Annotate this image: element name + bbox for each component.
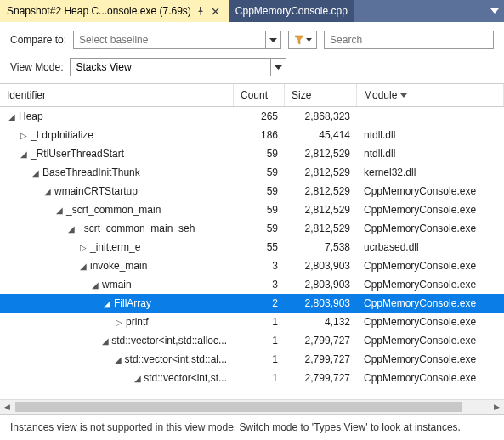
viewmode-dropdown[interactable] xyxy=(70,58,286,76)
expand-icon[interactable]: ▷ xyxy=(78,243,88,252)
column-size[interactable]: Size xyxy=(285,84,357,106)
table-row[interactable]: ◢BaseThreadInitThunk592,812,529kernel32.… xyxy=(0,163,504,182)
chevron-down-icon[interactable] xyxy=(265,31,280,48)
cell-module: kernel32.dll xyxy=(357,166,504,178)
chevron-down-icon[interactable] xyxy=(270,59,286,76)
cell-identifier: ◢std::vector<int,std::alloc... xyxy=(0,335,234,347)
cell-module: CppMemoryConsole.exe xyxy=(357,353,504,365)
table-row[interactable]: ◢wmain32,803,903CppMemoryConsole.exe xyxy=(0,275,504,294)
identifier-label: wmain xyxy=(102,279,132,291)
scroll-left-arrow[interactable]: ◀ xyxy=(0,400,14,414)
status-text: Instances view is not supported in this … xyxy=(10,421,461,433)
cell-count: 1 xyxy=(234,335,285,347)
cell-module: CppMemoryConsole.exe xyxy=(357,372,504,384)
column-count[interactable]: Count xyxy=(234,84,285,106)
collapse-icon[interactable]: ◢ xyxy=(7,112,17,121)
expand-icon[interactable]: ▷ xyxy=(114,318,124,327)
cell-count: 55 xyxy=(234,241,285,253)
cell-identifier: ▷_initterm_e xyxy=(0,241,234,253)
cell-identifier: ◢Heap xyxy=(0,110,234,122)
table-row[interactable]: ▷printf14,132CppMemoryConsole.exe xyxy=(0,313,504,331)
table-row[interactable]: ◢std::vector<int,std::al...12,799,727Cpp… xyxy=(0,350,504,369)
cell-count: 3 xyxy=(234,279,285,291)
collapse-icon[interactable]: ◢ xyxy=(19,149,29,159)
cell-module: CppMemoryConsole.exe xyxy=(357,316,504,328)
cell-size: 2,799,727 xyxy=(285,335,357,347)
table-body[interactable]: ◢Heap2652,868,323▷_LdrpInitialize18645,4… xyxy=(0,107,504,399)
table-row[interactable]: ◢Heap2652,868,323 xyxy=(0,107,504,126)
column-identifier[interactable]: Identifier xyxy=(0,84,234,106)
cell-count: 1 xyxy=(234,316,285,328)
cell-count: 2 xyxy=(234,297,285,309)
tab-source-file[interactable]: CppMemoryConsole.cpp xyxy=(229,0,354,22)
cell-identifier: ◢std::vector<int,std::al... xyxy=(0,353,234,365)
cell-size: 2,868,323 xyxy=(285,110,357,122)
viewmode-value[interactable] xyxy=(71,59,270,75)
cell-module: CppMemoryConsole.exe xyxy=(357,297,504,309)
cell-count: 265 xyxy=(234,110,285,122)
cell-size: 7,538 xyxy=(285,241,357,253)
sort-indicator-icon xyxy=(400,93,407,98)
table-row[interactable]: ◢FillArray22,803,903CppMemoryConsole.exe xyxy=(0,294,504,313)
table-row[interactable]: ◢_scrt_common_main_seh592,812,529CppMemo… xyxy=(0,219,504,238)
identifier-label: invoke_main xyxy=(90,260,147,272)
viewmode-label: View Mode: xyxy=(10,61,63,73)
cell-count: 59 xyxy=(234,185,285,197)
table-row[interactable]: ◢invoke_main32,803,903CppMemoryConsole.e… xyxy=(0,257,504,275)
close-icon[interactable] xyxy=(210,5,222,17)
collapse-icon[interactable]: ◢ xyxy=(90,280,100,290)
search-input[interactable] xyxy=(324,31,494,49)
scroll-right-arrow[interactable]: ▶ xyxy=(490,400,504,414)
cell-identifier: ◢_scrt_common_main_seh xyxy=(0,223,234,234)
cell-size: 2,812,529 xyxy=(285,166,357,178)
identifier-label: FillArray xyxy=(114,297,151,309)
filter-button[interactable] xyxy=(288,31,317,49)
table-row[interactable]: ◢std::vector<int,st...12,799,727CppMemor… xyxy=(0,369,504,387)
pin-icon[interactable] xyxy=(195,5,207,17)
cell-identifier: ◢std::vector<int,st... xyxy=(0,372,234,384)
toolbar-compare: Compare to: xyxy=(0,22,504,54)
identifier-label: Heap xyxy=(19,110,43,122)
table-row[interactable]: ◢std::vector<int,std::alloc...12,799,727… xyxy=(0,331,504,350)
table-row[interactable]: ▷_LdrpInitialize18645,414ntdll.dll xyxy=(0,126,504,144)
panel-menu-dropdown[interactable] xyxy=(485,0,504,22)
cell-module: ucrbased.dll xyxy=(357,241,504,253)
toolbar-viewmode: View Mode: xyxy=(0,54,504,83)
status-bar: Instances view is not supported in this … xyxy=(0,414,504,440)
expand-icon[interactable]: ▷ xyxy=(19,131,29,140)
scroll-thumb[interactable] xyxy=(15,402,462,412)
heap-table: Identifier Count Size Module ◢Heap2652,8… xyxy=(0,83,504,414)
cell-module: CppMemoryConsole.exe xyxy=(357,260,504,272)
column-module[interactable]: Module xyxy=(357,84,504,106)
collapse-icon[interactable]: ◢ xyxy=(42,187,53,196)
identifier-label: _RtlUserThreadStart xyxy=(31,148,124,160)
cell-identifier: ◢wmainCRTStartup xyxy=(0,185,234,197)
cell-size: 2,803,903 xyxy=(285,297,357,309)
collapse-icon[interactable]: ◢ xyxy=(54,206,65,215)
cell-count: 59 xyxy=(234,148,285,160)
tab-snapshot[interactable]: Snapshot#2 Heap C...onsole.exe (7.69s) xyxy=(0,0,229,22)
cell-size: 2,812,529 xyxy=(285,223,357,234)
cell-size: 2,803,903 xyxy=(285,279,357,291)
cell-identifier: ▷_LdrpInitialize xyxy=(0,129,234,141)
cell-count: 1 xyxy=(234,353,285,365)
compare-baseline-dropdown[interactable] xyxy=(73,31,281,49)
collapse-icon[interactable]: ◢ xyxy=(101,336,110,346)
horizontal-scrollbar[interactable]: ◀ ▶ xyxy=(0,399,504,414)
cell-identifier: ◢wmain xyxy=(0,279,234,291)
collapse-icon[interactable]: ◢ xyxy=(133,374,143,383)
collapse-icon[interactable]: ◢ xyxy=(78,262,88,271)
collapse-icon[interactable]: ◢ xyxy=(114,355,123,364)
chevron-down-icon xyxy=(306,38,312,42)
collapse-icon[interactable]: ◢ xyxy=(31,168,41,178)
cell-identifier: ▷printf xyxy=(0,316,234,328)
table-row[interactable]: ▷_initterm_e557,538ucrbased.dll xyxy=(0,238,504,257)
table-row[interactable]: ◢_RtlUserThreadStart592,812,529ntdll.dll xyxy=(0,144,504,163)
compare-baseline-input[interactable] xyxy=(74,32,265,48)
table-row[interactable]: ◢wmainCRTStartup592,812,529CppMemoryCons… xyxy=(0,182,504,200)
table-row[interactable]: ◢_scrt_common_main592,812,529CppMemoryCo… xyxy=(0,200,504,219)
collapse-icon[interactable]: ◢ xyxy=(102,299,112,308)
collapse-icon[interactable]: ◢ xyxy=(66,224,76,234)
tab-label: CppMemoryConsole.cpp xyxy=(235,5,348,17)
cell-size: 2,812,529 xyxy=(285,204,357,216)
